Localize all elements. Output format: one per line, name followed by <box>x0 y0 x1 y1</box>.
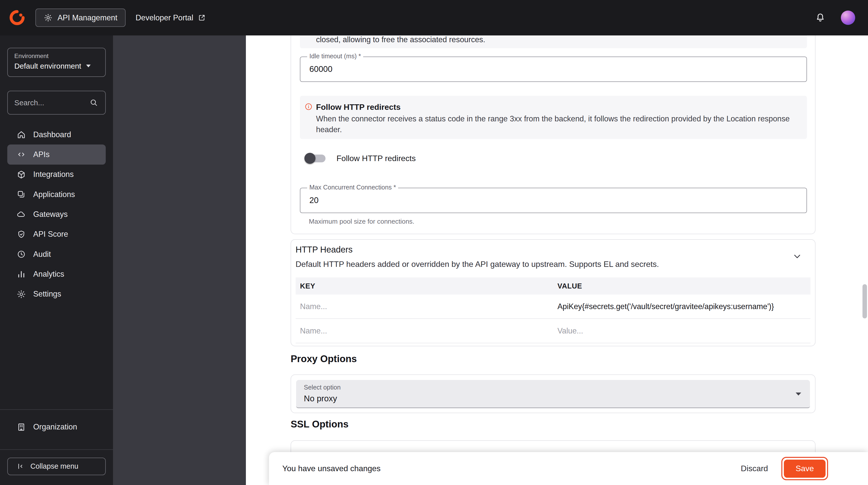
sidebar-item-organization[interactable]: Organization <box>7 417 106 437</box>
api-submenu-panel <box>113 35 246 485</box>
max-concurrent-connections-label: Max Concurrent Connections * <box>307 184 398 191</box>
gravitee-logo[interactable] <box>9 9 25 26</box>
sidebar-nav: Dashboard APIs Integrations Applications… <box>7 125 106 304</box>
endpoint-configuration-page: closed, allowing to free the associated … <box>246 35 868 485</box>
sidebar-item-apis[interactable]: APIs <box>7 145 106 164</box>
follow-redirects-banner-title: Follow HTTP redirects <box>316 102 401 112</box>
sidebar-item-label: Gateways <box>33 210 68 219</box>
developer-portal-link[interactable]: Developer Portal <box>135 13 206 22</box>
header-key-input[interactable]: Name... <box>296 327 553 335</box>
column-header-value: VALUE <box>553 282 810 290</box>
ssl-options-heading: SSL Options <box>290 418 349 431</box>
external-link-icon <box>198 13 206 22</box>
follow-redirects-toggle-label: Follow HTTP redirects <box>337 154 416 163</box>
applications-icon <box>17 190 26 199</box>
search-input[interactable]: Search... <box>7 91 106 115</box>
proxy-type-select-value: No proxy <box>304 394 337 403</box>
idle-timeout-value: 60000 <box>309 57 333 82</box>
save-button[interactable]: Save <box>784 460 825 478</box>
sidebar-item-analytics[interactable]: Analytics <box>7 264 106 284</box>
search-placeholder: Search... <box>14 98 44 107</box>
idle-timeout-field[interactable]: Idle timeout (ms) * 60000 <box>300 57 807 82</box>
save-button-highlight-ring: Save <box>781 457 828 480</box>
http-headers-description: Default HTTP headers added or overridden… <box>296 260 659 269</box>
environment-selector-value: Default environment <box>14 62 81 70</box>
http-headers-table: KEY VALUE Name... ApiKey{#secrets.get('/… <box>296 277 810 343</box>
notifications-bell-icon[interactable] <box>815 12 826 23</box>
max-concurrent-connections-value: 20 <box>309 188 319 213</box>
table-row: Name... Value... <box>296 319 810 343</box>
sidebar-item-label: APIs <box>33 150 50 159</box>
table-row: Name... ApiKey{#secrets.get('/vault/secr… <box>296 295 810 319</box>
shield-icon <box>17 230 26 239</box>
gear-icon <box>44 13 53 22</box>
chevron-down-icon <box>86 65 91 67</box>
sidebar-item-label: Audit <box>33 250 51 259</box>
sidebar-item-audit[interactable]: Audit <box>7 244 106 264</box>
sidebar-item-label: Settings <box>33 290 61 299</box>
header-value-input[interactable]: ApiKey{#secrets.get('/vault/secret/gravi… <box>553 302 810 311</box>
api-management-switcher[interactable]: API Management <box>35 8 126 27</box>
apis-icon <box>17 150 26 159</box>
apim-console: API Management Developer Portal Environm… <box>0 0 868 485</box>
unsaved-changes-bar: You have unsaved changes Discard Save <box>269 452 868 485</box>
vertical-scrollbar-thumb[interactable] <box>863 284 867 319</box>
max-concurrent-connections-field[interactable]: Max Concurrent Connections * 20 <box>300 188 807 213</box>
top-bar: API Management Developer Portal <box>0 0 868 35</box>
sidebar-item-settings[interactable]: Settings <box>7 284 106 304</box>
sidebar-item-label: Dashboard <box>33 130 71 139</box>
sidebar-item-label: Integrations <box>33 170 73 179</box>
info-icon <box>304 102 313 111</box>
home-icon <box>17 130 26 139</box>
sidebar-item-label: Organization <box>33 422 77 431</box>
collapse-menu-label: Collapse menu <box>30 462 79 471</box>
header-value-input[interactable]: Value... <box>553 327 810 335</box>
proxy-options-card: Select option No proxy <box>290 374 815 413</box>
save-bar-actions: Discard Save <box>733 457 828 480</box>
keepalive-info-text: closed, allowing to free the associated … <box>316 35 485 44</box>
environment-selector[interactable]: Environment Default environment <box>7 48 106 77</box>
http-headers-table-header: KEY VALUE <box>296 277 810 295</box>
connector-config-card: closed, allowing to free the associated … <box>290 35 815 234</box>
follow-redirects-toggle-row: Follow HTTP redirects <box>305 153 416 164</box>
sidebar-item-label: API Score <box>33 230 68 239</box>
toggle-knob <box>304 153 315 164</box>
chevron-down-icon <box>796 393 801 396</box>
http-headers-title: HTTP Headers <box>296 245 352 254</box>
proxy-type-select[interactable]: Select option No proxy <box>296 380 810 408</box>
main-sidebar: Environment Default environment Search..… <box>0 35 113 485</box>
sidebar-item-label: Applications <box>33 190 75 199</box>
proxy-type-select-label: Select option <box>304 384 341 391</box>
follow-redirects-toggle[interactable] <box>305 155 325 162</box>
header-key-input[interactable]: Name... <box>296 302 553 311</box>
max-concurrent-connections-hint: Maximum pool size for connections. <box>309 218 414 225</box>
collapse-menu-button[interactable]: Collapse menu <box>7 458 106 476</box>
sidebar-item-label: Analytics <box>33 270 64 279</box>
gateways-icon <box>17 210 26 219</box>
sidebar-item-applications[interactable]: Applications <box>7 184 106 204</box>
audit-icon <box>17 249 26 259</box>
chevron-down-icon[interactable] <box>792 251 803 262</box>
discard-button[interactable]: Discard <box>733 460 776 478</box>
unsaved-changes-message: You have unsaved changes <box>282 464 380 473</box>
sidebar-item-integrations[interactable]: Integrations <box>7 164 106 184</box>
sidebar-item-api-score[interactable]: API Score <box>7 224 106 244</box>
http-headers-card: HTTP Headers Default HTTP headers added … <box>290 239 815 346</box>
user-avatar[interactable] <box>841 10 855 25</box>
follow-redirects-banner-description: When the connector receives a status cod… <box>316 114 797 135</box>
developer-portal-label: Developer Portal <box>135 13 193 22</box>
gear-icon <box>17 290 26 299</box>
follow-redirects-banner: Follow HTTP redirects When the connector… <box>300 96 807 139</box>
integrations-icon <box>17 170 26 179</box>
environment-selector-label: Environment <box>14 53 98 60</box>
organization-icon <box>17 422 26 432</box>
sidebar-divider <box>0 410 113 410</box>
sidebar-item-gateways[interactable]: Gateways <box>7 204 106 224</box>
sidebar-divider <box>0 449 113 450</box>
keepalive-info-banner: closed, allowing to free the associated … <box>300 35 807 48</box>
collapse-icon <box>16 462 24 471</box>
app-switcher-label: API Management <box>58 13 117 22</box>
proxy-options-heading: Proxy Options <box>290 352 357 366</box>
search-icon <box>89 98 98 107</box>
sidebar-item-dashboard[interactable]: Dashboard <box>7 125 106 145</box>
